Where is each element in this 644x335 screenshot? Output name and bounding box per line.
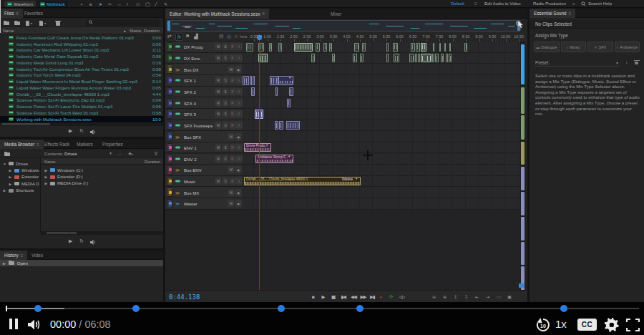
open-folder-icon[interactable] — [4, 21, 9, 25]
clip[interactable] — [278, 43, 282, 52]
pause-button[interactable]: ▮▮ — [331, 294, 335, 300]
zoom-navigator[interactable] — [167, 20, 521, 31]
clip[interactable] — [393, 43, 398, 52]
playhead-handle[interactable] — [257, 35, 262, 40]
media-hscrollbar-thumb[interactable] — [47, 232, 77, 234]
mute-button[interactable]: M — [215, 77, 221, 84]
track-header-dx-emo[interactable]: DX EmoMSRI — [165, 53, 243, 64]
twist-icon[interactable]: ▶ — [3, 188, 6, 193]
files-search-input[interactable] — [86, 19, 160, 26]
record-arm-button[interactable]: R — [230, 111, 235, 117]
solo-button[interactable]: S — [223, 145, 228, 151]
track-header-bus-env[interactable]: ≫Bus ENVM◀) — [165, 165, 243, 176]
input-monitor-button[interactable]: I — [236, 178, 242, 185]
chapter-dot[interactable] — [278, 305, 285, 312]
loop-playback-button[interactable]: ⟳ — [389, 294, 392, 300]
track-header-sfx-1[interactable]: SFX 1MSRI — [165, 75, 243, 87]
slip-tool-icon[interactable]: ╱ — [155, 1, 157, 7]
tab-editor[interactable]: Editor: Working with Multitrack Sessions… — [165, 9, 269, 19]
waveform-view-button[interactable]: Waveform — [4, 1, 36, 7]
clip[interactable] — [416, 43, 420, 52]
tab-mixer[interactable]: Mixer — [326, 9, 346, 19]
media-list-item[interactable]: ▶Windows (C:) — [44, 167, 83, 173]
mute-button[interactable]: M — [228, 167, 234, 173]
tab-markers[interactable]: Markers — [72, 140, 97, 149]
clip[interactable] — [251, 87, 255, 96]
track-lane-sfx-2[interactable] — [243, 87, 520, 98]
mute-button[interactable]: M — [215, 54, 221, 61]
record-arm-button[interactable]: R — [230, 54, 235, 61]
track-lane-bus-dx[interactable] — [243, 64, 520, 75]
record-arm-button[interactable]: R — [230, 145, 235, 151]
clip[interactable] — [279, 121, 283, 130]
lasso-tool-icon[interactable]: ◯ — [145, 1, 150, 7]
sort-ascending-icon[interactable]: ▲ — [123, 29, 126, 33]
record-arm-button[interactable]: R — [230, 88, 235, 94]
input-monitor-button[interactable]: I — [236, 44, 242, 50]
track-lane-sfx-1[interactable]: ▼ — [243, 75, 520, 87]
track-lane-sfx-4[interactable] — [243, 97, 520, 109]
file-row[interactable]: Science Fiction Sci-Fi Torch Weld 01.mp3… — [0, 110, 163, 116]
solo-button[interactable]: S — [223, 99, 228, 106]
multitrack-view-button[interactable]: Multitrack — [37, 1, 68, 7]
clip[interactable] — [275, 121, 278, 130]
file-row-selected[interactable]: Working with Multitrack Sessions.sesx10:… — [0, 116, 163, 122]
twist-icon[interactable]: ▶ — [44, 175, 48, 179]
mute-button[interactable]: M — [215, 111, 221, 117]
record-arm-button[interactable]: R — [230, 155, 235, 162]
twist-icon[interactable]: ▶ — [9, 175, 12, 179]
solo-button[interactable]: S — [223, 77, 228, 84]
playhead-line[interactable] — [259, 34, 260, 290]
record-tool-icon[interactable]: ● — [80, 1, 83, 7]
clip[interactable] — [311, 54, 315, 62]
clip[interactable] — [316, 43, 320, 52]
record-arm-button[interactable]: R — [230, 99, 235, 106]
media-browser-menu-icon[interactable]: ≡ — [36, 142, 39, 147]
preview-loop-button[interactable]: ↻ — [79, 128, 84, 134]
global-mute-icon[interactable]: ▤ — [219, 33, 224, 40]
tab-essential-sound[interactable]: Essential Sound ≡ — [530, 9, 575, 18]
track-header-sfx-2[interactable]: SFX 2MSRI — [165, 87, 243, 98]
clip-volume-label[interactable]: Volume — [342, 178, 353, 182]
mute-button[interactable]: M — [215, 145, 221, 151]
input-monitor-button[interactable]: I — [236, 122, 242, 128]
tab-history[interactable]: History ≡ — [0, 251, 27, 260]
media-play-button[interactable]: ▶ — [69, 238, 72, 244]
new-file-dropdown-icon[interactable]: ▾ — [31, 21, 32, 25]
track-lane-sfx-footsteps[interactable] — [243, 120, 520, 132]
search-help-label[interactable]: Search Help — [588, 1, 612, 6]
es-preset-dropdown-icon[interactable]: ▼ — [615, 61, 619, 65]
media-back-icon[interactable]: ← — [118, 151, 122, 156]
record-arm-button[interactable]: R — [230, 178, 235, 185]
clip[interactable] — [354, 43, 359, 52]
mix-type-ambience-button[interactable]: ≈Ambience — [615, 42, 640, 52]
skip-to-end-button[interactable]: ▶▮ — [370, 294, 375, 300]
clip[interactable] — [258, 54, 268, 62]
clip[interactable] — [243, 76, 249, 84]
file-row[interactable]: Science Fiction Sci-Fi Electronic Zap 02… — [0, 97, 163, 104]
file-row[interactable]: Industry Gate Metal Gate Squeak 01.mp30:… — [0, 53, 163, 59]
workspace-overflow-chevron[interactable]: » — [572, 1, 575, 6]
fast-forward-button[interactable]: ▶▶ — [361, 294, 366, 300]
timeline-ruler[interactable]: 0:301:001:302:002:303:003:304:004:305:00… — [242, 34, 525, 42]
file-row[interactable]: Industry Tool Torch Weld 04.mp30:54 — [0, 72, 163, 79]
stop-button[interactable]: ■ — [312, 294, 314, 300]
clip[interactable] — [287, 99, 291, 107]
files-column-header[interactable]: Name ▲ Status Duration — [0, 27, 163, 34]
clip-menu-icon[interactable]: ▼ — [288, 77, 291, 81]
contents-dropdown[interactable]: Drives — [64, 151, 77, 156]
time-selection-tool-icon[interactable]: ↔ — [117, 1, 122, 7]
tab-video[interactable]: Video — [27, 251, 47, 260]
mute-button[interactable]: M — [228, 189, 234, 195]
preview-play-button[interactable]: ▶ — [69, 128, 72, 134]
track-header-bus-sfx[interactable]: ≫Bus SFXM◀) — [165, 131, 243, 142]
input-monitor-button[interactable]: I — [236, 88, 242, 94]
track-header-music[interactable]: MusicMSRI — [165, 176, 243, 188]
hscroll-corner[interactable] — [519, 283, 525, 288]
column-duration[interactable]: Duration — [144, 29, 160, 33]
files-hscrollbar-thumb[interactable] — [1, 123, 50, 125]
input-monitor-button[interactable]: I — [236, 111, 242, 117]
track-lane-master[interactable] — [243, 198, 520, 210]
file-row[interactable]: Liquid Water Water Fingers Running Acros… — [0, 84, 163, 91]
clip[interactable] — [246, 43, 253, 52]
